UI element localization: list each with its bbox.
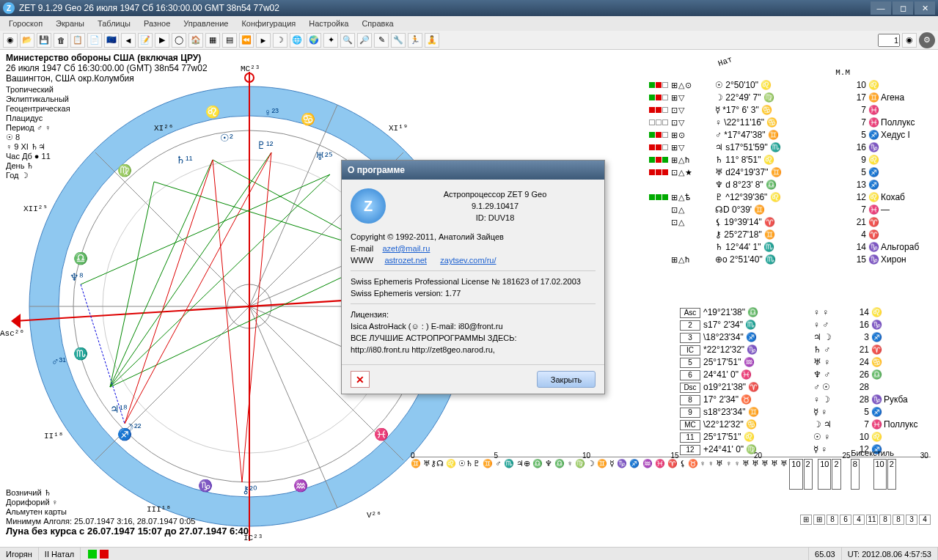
svg-text:♋: ♋ xyxy=(301,112,315,126)
planet-row: ⊡▽♀ \22°11'16" ♋7♓Поллукс xyxy=(649,117,932,129)
svg-text:♅²⁵: ♅²⁵ xyxy=(315,150,333,162)
tool-flag-icon[interactable]: 🇪🇺 xyxy=(104,33,119,48)
menu-settings[interactable]: Настройка xyxy=(303,18,354,29)
cusp-ii: II¹⁸ xyxy=(44,431,63,441)
house-row: 624°41' 0" ♓♆ ♂26♎ xyxy=(680,369,932,381)
tool-zoom-icon[interactable]: 🔎 xyxy=(357,33,372,48)
tool-sky-icon[interactable]: ✦ xyxy=(323,33,338,48)
tool-gear-icon[interactable]: ⚙ xyxy=(919,32,935,48)
strength-scale: Бисекстиль 0 5 10 15 20 25 30 ♊ ♅⚷☊ ♌ ☉♄… xyxy=(411,452,931,503)
svg-text:☉²: ☉² xyxy=(220,132,233,144)
house-row: MC\22°12'32" ♋☽ ♃7♓Поллукс xyxy=(680,419,932,431)
about-www2-link[interactable]: zaytsev.com/ru/ xyxy=(440,256,496,265)
svg-text:♐: ♐ xyxy=(117,427,132,441)
tool-house-icon[interactable]: 🏠 xyxy=(188,33,203,48)
about-x-button[interactable]: ✕ xyxy=(351,371,370,388)
menu-screens[interactable]: Экраны xyxy=(50,18,90,29)
about-dialog: О программе Z Астропроцессор ZET 9 Geo 9… xyxy=(341,160,605,394)
menu-horoscope[interactable]: Гороскоп xyxy=(3,18,48,29)
footer-notes: Возничий ♄ Дорифорий ♀ Альмутен карты Ми… xyxy=(6,488,195,526)
menu-config[interactable]: Конфигурация xyxy=(235,18,301,29)
planet-row: ♄ 12°44' 1" ♏14♑Альгораб xyxy=(649,241,932,254)
about-swiss-version: Swiss Ephemeris version: 1.77 xyxy=(351,287,596,299)
maximize-button[interactable]: ◻ xyxy=(893,1,913,15)
aspect-cell: ⊞ xyxy=(800,515,812,525)
tool-sit-icon[interactable]: 🧘 xyxy=(425,33,439,48)
aspect-cell: 4 xyxy=(853,515,865,525)
aspect-cell: 6 xyxy=(840,515,851,525)
menu-control[interactable]: Управление xyxy=(177,18,234,29)
minimize-button[interactable]: — xyxy=(871,1,891,15)
status-bar: Игорян II Натал 65.03 UT: 2012.08.06 4:5… xyxy=(0,547,938,560)
tool-play-icon[interactable]: ▶ xyxy=(155,33,169,48)
tool-open-icon[interactable]: 📂 xyxy=(20,33,34,48)
tool-note-icon[interactable]: 📝 xyxy=(138,33,153,48)
about-close-button[interactable]: Закрыть xyxy=(537,371,596,388)
about-title: О программе xyxy=(348,165,405,175)
planet-row: ⚷ 25°27'18" ♊4♈ xyxy=(649,229,932,241)
tool-doc-icon[interactable]: 📄 xyxy=(87,33,102,48)
about-email-link[interactable]: azet@mail.ru xyxy=(382,244,430,253)
tool-wrench-icon[interactable]: 🔧 xyxy=(391,33,406,48)
tool-chart2-icon[interactable]: ◉ xyxy=(902,33,917,48)
house-row: 817° 2'34" ♉♀ ☽28♑Рукба xyxy=(680,394,932,406)
cusp-v: V²⁶ xyxy=(367,510,381,520)
tool-moon-icon[interactable]: ☽ xyxy=(273,33,287,48)
tool-wand-icon[interactable]: ✎ xyxy=(374,33,389,48)
house-row: Dsco19°21'38" ♈♂ ☉28 xyxy=(680,381,932,394)
about-license-2: ВСЕ ЛУЧШИЕ АСТРОПРОГРАММЫ ЗДЕСЬ: xyxy=(351,332,596,344)
toolbar: ◉ 📂 💾 🗑 📋 📄 🇪🇺 ◄ 📝 ▶ ◯ 🏠 ▦ ▤ ⏪ ► ☽ 🌐 🌍 ✦… xyxy=(0,31,938,50)
planet-row: ♆ d 8°23' 8" ♎13♐ xyxy=(649,179,932,191)
menu-help[interactable]: Справка xyxy=(356,18,399,29)
tool-trash-icon[interactable]: 🗑 xyxy=(54,33,68,48)
tool-chart-icon[interactable]: ◉ xyxy=(3,33,18,48)
tool-table-icon[interactable]: ▤ xyxy=(222,33,237,48)
svg-text:♌: ♌ xyxy=(205,105,220,119)
tool-search-icon[interactable]: 🔍 xyxy=(340,33,355,48)
planet-row: ⊞△ћ♄ 11° 8'51" ♌9♌ xyxy=(649,154,932,166)
close-button[interactable]: ✕ xyxy=(915,1,935,15)
chart-title: Министерство обороны США (включая ЦРУ) xyxy=(6,53,201,63)
tool-save-icon[interactable]: 💾 xyxy=(37,33,51,48)
menu-misc[interactable]: Разное xyxy=(138,18,176,29)
about-titlebar[interactable]: О программе xyxy=(342,161,604,180)
planet-row: ⊞△ћ⊕o 2°51'40" ♏15♑Хирон xyxy=(649,254,932,266)
planet-positions-table: ⊞△⊙☉ 2°50'10" ♌10♌⊞▽☽ 22°49' 7" ♍17♊Аген… xyxy=(649,79,932,266)
planet-row: ⊞△⊙☉ 2°50'10" ♌10♌ xyxy=(649,79,932,92)
aspect-summary: ⊞⊞864118834 xyxy=(800,515,931,525)
tool-circle-icon[interactable]: ◯ xyxy=(172,33,186,48)
houses-table: Asc^19°21'38" ♎♀ ♀14♌2s17° 2'34" ♏♀ ♂16♑… xyxy=(680,306,932,456)
tool-earth-icon[interactable]: 🌍 xyxy=(307,33,321,48)
about-www1-link[interactable]: astrozet.net xyxy=(384,256,426,265)
cusp-mc: MC²³ xyxy=(241,65,260,73)
planet-row: ⊡△⚸ 19°39'14" ♈21♈ xyxy=(649,216,932,229)
status-mode: II Натал xyxy=(39,548,81,560)
tool-copy-icon[interactable]: 📋 xyxy=(70,33,85,48)
app-icon: Z xyxy=(3,2,15,14)
house-row: 9s18°23'34" ♊☿ ♀5♐ xyxy=(680,406,932,419)
tool-run-icon[interactable]: 🏃 xyxy=(408,33,422,48)
aspect-cell: ⊞ xyxy=(813,515,825,525)
note-voznichy: Возничий ♄ xyxy=(6,488,195,498)
about-app-name: Астропроцессор ZET 9 Geo xyxy=(395,188,596,200)
svg-text:♓: ♓ xyxy=(374,427,389,441)
main-menu: Гороскоп Экраны Таблицы Разное Управлени… xyxy=(0,16,938,31)
about-license-1: Isica AstroHack (☺ : ) E-mail: i80@front… xyxy=(351,320,596,332)
menu-tables[interactable]: Таблицы xyxy=(92,18,136,29)
planet-row: ⊡△☊D 0°39' ♊7♓— xyxy=(649,204,932,216)
svg-text:♄¹¹: ♄¹¹ xyxy=(176,154,193,166)
main-area: Министерство обороны США (включая ЦРУ) 2… xyxy=(0,50,938,547)
toolbar-number-input[interactable] xyxy=(878,34,900,47)
note-doriphory: Дорифорий ♀ xyxy=(6,498,195,507)
cusp-asc: Asc²⁰ xyxy=(0,328,24,338)
aspect-cell: 4 xyxy=(919,515,931,525)
tool-globe-icon[interactable]: 🌐 xyxy=(290,33,304,48)
tool-grid-icon[interactable]: ▦ xyxy=(205,33,220,48)
tool-left-icon[interactable]: ◄ xyxy=(121,33,136,48)
window-title: ZET 9.1.29 Geo 26 июля 1947 Сб 16:30:00.… xyxy=(19,3,869,13)
house-row: 525°17'51" ♒♅ ♀24♋ xyxy=(680,356,932,369)
tool-right-icon[interactable]: ► xyxy=(256,33,271,48)
mm-label: М.М xyxy=(835,68,850,77)
tool-rewind-icon[interactable]: ⏪ xyxy=(239,33,254,48)
svg-text:♀²³: ♀²³ xyxy=(264,106,279,118)
